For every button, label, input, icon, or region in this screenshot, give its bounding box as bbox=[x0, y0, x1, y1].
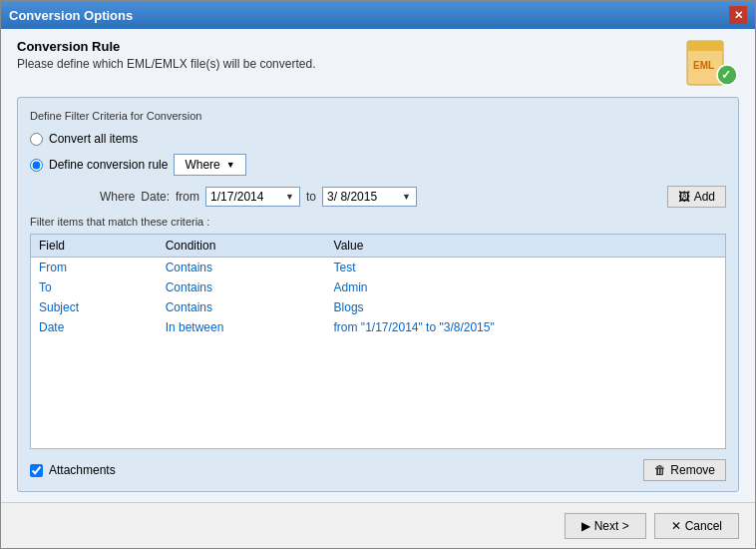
to-label: to bbox=[306, 190, 316, 204]
date-from-input-box: ▼ bbox=[205, 187, 300, 207]
date-to-input-box: ▼ bbox=[322, 187, 417, 207]
date-label: Date: bbox=[141, 190, 170, 204]
table-row: FromContainsTest bbox=[31, 258, 725, 278]
attachments-row: Attachments 🗑 Remove bbox=[30, 459, 726, 481]
cell-field: From bbox=[31, 258, 158, 278]
date-from-input[interactable] bbox=[210, 190, 285, 204]
define-rule-row: Define conversion rule Where ▼ bbox=[30, 154, 726, 176]
column-header-value: Value bbox=[326, 235, 725, 258]
footer: ▶ Next > ✕ Cancel bbox=[1, 502, 755, 548]
content-area: Conversion Rule Please define which EML/… bbox=[1, 29, 755, 502]
add-button-label: Add bbox=[694, 190, 715, 204]
attachments-checkbox[interactable] bbox=[30, 464, 43, 477]
date-filter-row: Where Date: from ▼ to ▼ 🖼 Add bbox=[100, 186, 726, 208]
filter-items-label: Filter items that match these criteria : bbox=[30, 216, 726, 228]
close-button[interactable]: ✕ bbox=[729, 6, 747, 24]
add-icon: 🖼 bbox=[678, 190, 690, 204]
main-window: Conversion Options ✕ Conversion Rule Ple… bbox=[0, 0, 756, 549]
table-row: SubjectContainsBlogs bbox=[31, 297, 725, 317]
table-header-row: Field Condition Value bbox=[31, 235, 725, 258]
header-section: Conversion Rule Please define which EML/… bbox=[17, 39, 739, 87]
date-to-input[interactable] bbox=[327, 190, 402, 204]
next-button[interactable]: ▶ Next > bbox=[565, 513, 646, 539]
cancel-button-label: Cancel bbox=[685, 519, 722, 533]
criteria-table: Field Condition Value FromContainsTestTo… bbox=[30, 234, 726, 449]
cell-field: Subject bbox=[31, 297, 158, 317]
cell-value: Test bbox=[326, 258, 725, 278]
radio-define-rule[interactable] bbox=[30, 159, 43, 172]
next-icon: ▶ bbox=[581, 519, 590, 533]
cell-field: Date bbox=[31, 317, 158, 337]
chevron-down-icon: ▼ bbox=[226, 160, 235, 170]
date-to-dropdown-arrow[interactable]: ▼ bbox=[402, 192, 411, 202]
column-header-condition: Condition bbox=[158, 235, 326, 258]
date-from-dropdown-arrow[interactable]: ▼ bbox=[285, 192, 294, 202]
svg-text:✓: ✓ bbox=[721, 68, 731, 82]
where-button-label: Where bbox=[185, 158, 219, 172]
filter-criteria-group: Define Filter Criteria for Conversion Co… bbox=[17, 97, 739, 492]
cell-value: Admin bbox=[326, 277, 725, 297]
table-row: ToContainsAdmin bbox=[31, 277, 725, 297]
where-dropdown-button[interactable]: Where ▼ bbox=[174, 154, 245, 176]
cell-condition: Contains bbox=[158, 258, 326, 278]
radio-define-rule-label: Define conversion rule bbox=[49, 158, 168, 172]
cancel-icon: ✕ bbox=[671, 519, 681, 533]
cancel-button[interactable]: ✕ Cancel bbox=[654, 513, 739, 539]
conversion-rule-subtitle: Please define which EML/EMLX file(s) wil… bbox=[17, 57, 315, 71]
radio-convert-all[interactable] bbox=[30, 133, 43, 146]
column-header-field: Field bbox=[31, 235, 158, 258]
svg-rect-1 bbox=[687, 41, 723, 51]
from-label: from bbox=[176, 190, 199, 204]
remove-icon: 🗑 bbox=[654, 463, 666, 477]
cell-value: Blogs bbox=[326, 297, 725, 317]
window-title: Conversion Options bbox=[9, 8, 133, 23]
radio-convert-all-row: Convert all items bbox=[30, 132, 726, 146]
cell-condition: Contains bbox=[158, 297, 326, 317]
header-text: Conversion Rule Please define which EML/… bbox=[17, 39, 315, 71]
add-button[interactable]: 🖼 Add bbox=[667, 186, 726, 208]
eml-icon: EML ✓ bbox=[685, 39, 739, 87]
remove-button-label: Remove bbox=[670, 463, 715, 477]
cell-condition: In between bbox=[158, 317, 326, 337]
radio-convert-all-label: Convert all items bbox=[49, 132, 138, 146]
next-button-label: Next > bbox=[594, 519, 629, 533]
group-box-title: Define Filter Criteria for Conversion bbox=[30, 110, 726, 122]
where-text-label: Where bbox=[100, 190, 135, 204]
cell-field: To bbox=[31, 277, 158, 297]
attachments-label: Attachments bbox=[49, 463, 116, 477]
cell-condition: Contains bbox=[158, 277, 326, 297]
svg-text:EML: EML bbox=[693, 60, 714, 71]
conversion-rule-title: Conversion Rule bbox=[17, 39, 315, 54]
remove-button[interactable]: 🗑 Remove bbox=[643, 459, 726, 481]
title-bar: Conversion Options ✕ bbox=[1, 1, 755, 29]
cell-value: from "1/17/2014" to "3/8/2015" bbox=[326, 317, 725, 337]
table-row: DateIn betweenfrom "1/17/2014" to "3/8/2… bbox=[31, 317, 725, 337]
